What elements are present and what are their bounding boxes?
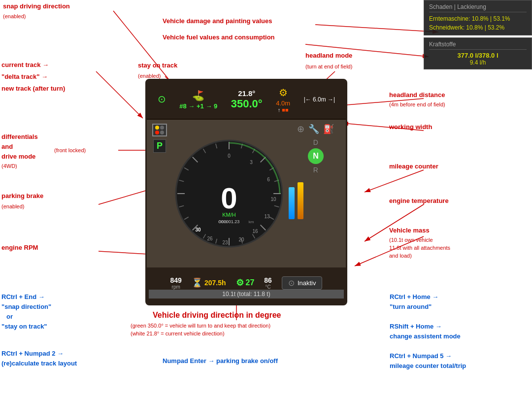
stay-track-quote-label: "stay on track" bbox=[1, 323, 47, 331]
svg-text:3: 3 bbox=[250, 160, 253, 165]
change-assistent-label: change assistent mode bbox=[390, 332, 461, 341]
svg-text:KM/H: KM/H bbox=[222, 212, 236, 218]
headland-distance-sub: (4m before end of field) bbox=[389, 101, 445, 108]
rshift-home-label: RShift + Home → bbox=[390, 323, 442, 331]
mass-bar: 10.1t (total: 11.8 t) bbox=[149, 290, 344, 299]
fuel-icon: ⛽ bbox=[323, 124, 334, 134]
vehicle-fuel-label: Vehicle fuel values and consumption bbox=[163, 33, 275, 42]
rpm-display: 849 rpm bbox=[170, 276, 182, 290]
engine-temp-label: engine temperature bbox=[389, 197, 449, 205]
recalculate-label: (re)calculate track layout bbox=[1, 360, 77, 368]
working-width-item: |← 6.0m →| bbox=[304, 96, 335, 103]
rctrl-numpad2-label: RCtrl + Numpad 2 → bbox=[1, 350, 64, 358]
svg-line-12 bbox=[315, 25, 438, 32]
drive-mode-display: P bbox=[153, 139, 166, 153]
differential-indicator bbox=[152, 124, 167, 136]
speedo-area: P bbox=[147, 120, 346, 267]
track-item: ⛳ #8 → +1 → 9 bbox=[179, 90, 217, 110]
steering-item: ⊙ bbox=[158, 93, 166, 106]
svg-text:16: 16 bbox=[252, 229, 258, 234]
gear-d: D bbox=[313, 138, 318, 146]
rpm-value: 849 bbox=[170, 276, 182, 284]
track-info: #8 → +1 → 9 bbox=[179, 102, 217, 110]
direction-green: 350.0° bbox=[231, 98, 263, 110]
svg-text:0: 0 bbox=[221, 182, 237, 215]
vehicle-mass-sub3: and load) bbox=[389, 252, 412, 259]
vehicle-mass-sub2: 11.8t with all attachments bbox=[389, 244, 450, 251]
headland-distance-label: headland distance bbox=[389, 91, 445, 100]
headland-arrow: ↑ ■■ bbox=[278, 107, 289, 113]
direction-white: 21.8° bbox=[238, 89, 255, 98]
damage-panel: Schaden | Lackierung Erntemaschine: 10.8… bbox=[424, 0, 532, 35]
fuel-bar bbox=[298, 182, 303, 219]
numpad-enter-label: Numpad Enter → parking brake on/off bbox=[163, 357, 278, 366]
inaktiv-label: Inaktiv bbox=[298, 279, 316, 287]
headland-icon: ⚙ bbox=[279, 87, 288, 99]
fuel-panel-header: Kraftstoffe bbox=[429, 41, 527, 50]
diff-dot-3 bbox=[155, 131, 159, 134]
delta-track-label: "delta track" → bbox=[1, 73, 48, 81]
current-track-label: current track → bbox=[1, 61, 49, 69]
svg-text:0: 0 bbox=[228, 153, 231, 159]
hourglass-icon: ⏳ bbox=[192, 277, 202, 288]
svg-text:26: 26 bbox=[207, 236, 213, 241]
steering-icon: ⊙ bbox=[158, 93, 166, 105]
parking-brake-sub: (enabled) bbox=[1, 203, 24, 210]
working-width-display: |← 6.0m →| bbox=[304, 96, 335, 103]
working-width-label: working width bbox=[389, 123, 432, 132]
damage-panel-header: Schaden | Lackierung bbox=[429, 3, 527, 12]
bar-container bbox=[289, 180, 343, 219]
gear-num-display: ⚙ 27 bbox=[236, 277, 255, 288]
hours-display: ⏳ 207.5h bbox=[192, 277, 226, 288]
vehicle-direction-sub2: (white 21.8° = current vehicle direction… bbox=[131, 330, 225, 337]
temp-display: 86 °C bbox=[264, 276, 272, 290]
mileage-total-label: mileage counter total/trip bbox=[390, 362, 466, 370]
left-panel: P bbox=[147, 120, 172, 267]
drive-mode-sub: (4WD) bbox=[1, 163, 17, 169]
gear-num-value: 27 bbox=[246, 278, 255, 287]
rpm-label: rpm bbox=[170, 284, 182, 290]
drive-mode-label: drive mode bbox=[1, 153, 35, 161]
diff-dot-2 bbox=[160, 126, 164, 130]
vehicle-mass-label: Vehicle mass bbox=[389, 227, 430, 235]
direction-item: 21.8° 350.0° bbox=[231, 89, 263, 110]
info-panels: Schaden | Lackierung Erntemaschine: 10.8… bbox=[424, 0, 532, 71]
fuel-row2: 9.4 l/h bbox=[429, 59, 527, 66]
or-label: or bbox=[6, 313, 13, 321]
snap-driving-label: snap driving direction bbox=[3, 2, 70, 11]
dashboard: ⊙ ⛳ #8 → +1 → 9 21.8° 350.0° ⚙ 4.0m ↑ ■■… bbox=[145, 79, 347, 305]
fuel-panel: Kraftstoffe 377.0 l/378.0 l 9.4 l/h bbox=[424, 37, 532, 69]
dashboard-bottom-bar: 849 rpm ⏳ 207.5h ⚙ 27 86 °C ⊙ Inaktiv bbox=[147, 267, 346, 305]
attach-icon: ⊕ bbox=[297, 124, 304, 134]
track-icon: ⛳ bbox=[192, 90, 204, 101]
and-label: and bbox=[1, 143, 13, 151]
temp-value: 86 bbox=[264, 276, 272, 284]
damage-row1: Erntemaschine: 10.8% | 53.1% bbox=[429, 14, 527, 23]
vehicle-mass-sub1: (10.1t own vehicle bbox=[389, 236, 433, 243]
svg-line-10 bbox=[365, 204, 424, 241]
turn-around-label: "turn around" bbox=[390, 303, 432, 311]
svg-text:000001.23: 000001.23 bbox=[219, 219, 240, 224]
mileage-counter-label: mileage counter bbox=[389, 163, 438, 171]
svg-text:10: 10 bbox=[270, 197, 276, 202]
wrench-icon: 🔧 bbox=[308, 124, 319, 134]
svg-text:30: 30 bbox=[195, 227, 201, 233]
diff-sub: (front locked) bbox=[54, 147, 86, 154]
headland-mode-sub: (turn at end of field) bbox=[305, 63, 352, 70]
damage-row2: Schneidwerk: 10.8% | 53.2% bbox=[429, 23, 527, 32]
inaktiv-badge: ⊙ Inaktiv bbox=[282, 276, 323, 290]
coolant-bar bbox=[289, 187, 295, 219]
gear-settings-icon: ⚙ bbox=[236, 277, 244, 288]
right-icons: ⊕ 🔧 ⛽ bbox=[289, 124, 343, 134]
engine-info: 849 rpm ⏳ 207.5h ⚙ 27 86 °C ⊙ Inaktiv bbox=[170, 276, 323, 290]
headland-mode-label: headland mode bbox=[305, 52, 352, 60]
snap-driving-sub: (enabled) bbox=[3, 13, 26, 20]
gear-r: R bbox=[313, 166, 318, 174]
rctrl-numpad5-label: RCtrl + Numpad 5 → bbox=[390, 352, 452, 361]
gear-n: N bbox=[308, 148, 324, 164]
svg-text:km: km bbox=[249, 220, 254, 224]
vehicle-direction-label: Vehicle driving direction in degree bbox=[153, 310, 281, 321]
right-panel: ⊕ 🔧 ⛽ D N R bbox=[286, 120, 346, 267]
svg-text:23: 23 bbox=[222, 240, 228, 245]
diff-dot-4 bbox=[160, 131, 164, 134]
